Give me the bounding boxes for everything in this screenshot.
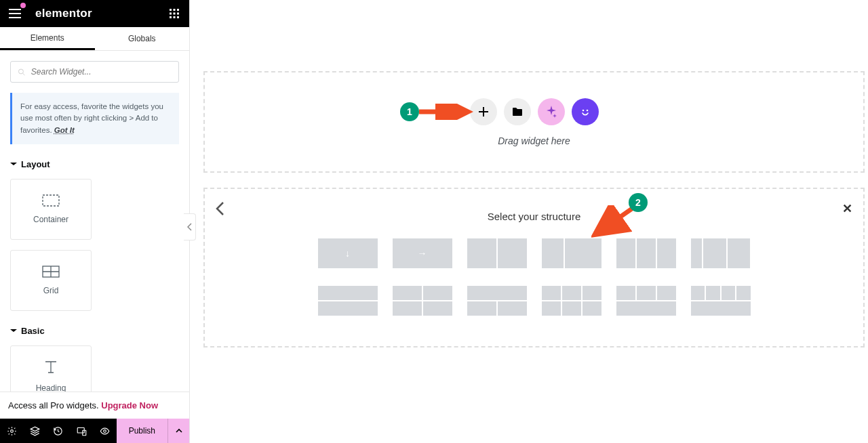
svg-rect-4 bbox=[174, 13, 176, 15]
svg-rect-10 bbox=[43, 195, 59, 206]
drop-hint: Drag widget here bbox=[498, 135, 570, 146]
add-section-button[interactable] bbox=[470, 98, 497, 125]
chevron-left-icon bbox=[216, 201, 225, 216]
struct-2col[interactable] bbox=[467, 238, 527, 268]
eye-icon bbox=[100, 426, 110, 436]
svg-rect-3 bbox=[170, 13, 172, 15]
apps-grid-button[interactable] bbox=[166, 5, 182, 22]
svg-rect-5 bbox=[177, 13, 179, 15]
tab-globals[interactable]: Globals bbox=[95, 27, 190, 50]
navigator-button[interactable] bbox=[23, 419, 46, 443]
smiley-icon bbox=[578, 105, 592, 119]
publish-options[interactable] bbox=[167, 419, 189, 443]
struct-3col-narrow[interactable] bbox=[691, 238, 751, 268]
sparkle-icon bbox=[545, 106, 557, 118]
svg-point-19 bbox=[104, 429, 106, 432]
container-icon bbox=[42, 194, 60, 207]
widget-container-label: Container bbox=[33, 215, 68, 224]
svg-rect-8 bbox=[177, 16, 179, 18]
widget-heading-label: Heading bbox=[36, 383, 66, 392]
hamburger-menu[interactable] bbox=[7, 5, 23, 22]
settings-button[interactable] bbox=[0, 419, 23, 443]
structure-row-2 bbox=[297, 286, 772, 316]
sidebar-tabs: Elements Globals bbox=[0, 27, 189, 51]
section-layout-label: Layout bbox=[21, 159, 50, 169]
svg-line-24 bbox=[598, 209, 632, 232]
sidebar-footer: Publish bbox=[0, 419, 189, 443]
widget-grid-label: Grid bbox=[43, 286, 59, 295]
svg-point-9 bbox=[18, 69, 23, 74]
svg-rect-2 bbox=[177, 9, 179, 11]
annotation-arrow-2 bbox=[591, 205, 639, 239]
structure-row-1: ↓ → bbox=[297, 238, 772, 268]
add-template-button[interactable] bbox=[504, 98, 531, 125]
struct-3top1bot[interactable] bbox=[616, 286, 676, 316]
publish-group: Publish bbox=[117, 419, 189, 443]
drop-actions bbox=[470, 98, 599, 125]
svg-point-16 bbox=[10, 429, 13, 432]
section-layout[interactable]: Layout bbox=[10, 159, 179, 169]
svg-point-22 bbox=[586, 109, 588, 111]
folder-icon bbox=[512, 107, 523, 117]
layout-widgets: Container Grid bbox=[10, 179, 179, 311]
responsive-button[interactable] bbox=[70, 419, 93, 443]
sidebar-body: For easy access, favorite the widgets yo… bbox=[0, 51, 189, 392]
grid-widget-icon bbox=[42, 266, 60, 278]
search-widget[interactable] bbox=[10, 61, 179, 83]
struct-2x3[interactable] bbox=[542, 286, 601, 316]
struct-1col-h[interactable]: → bbox=[393, 238, 452, 268]
svg-rect-0 bbox=[170, 9, 172, 11]
grid-icon bbox=[170, 9, 179, 18]
struct-4top1bot[interactable] bbox=[691, 286, 751, 316]
sidebar-collapse[interactable] bbox=[184, 213, 196, 240]
upgrade-link[interactable]: Upgrade Now bbox=[101, 400, 158, 410]
publish-button[interactable]: Publish bbox=[117, 419, 167, 443]
heading-icon bbox=[43, 359, 59, 375]
search-input[interactable] bbox=[31, 67, 172, 77]
struct-2x2[interactable] bbox=[393, 286, 452, 316]
structure-title: Select your structure bbox=[218, 211, 850, 222]
help-button[interactable] bbox=[572, 98, 599, 125]
struct-1col-v[interactable]: ↓ bbox=[318, 238, 378, 268]
widget-container[interactable]: Container bbox=[10, 179, 92, 240]
annotation-badge-1: 1 bbox=[400, 102, 419, 121]
widget-heading[interactable]: Heading bbox=[10, 345, 92, 392]
svg-point-21 bbox=[582, 109, 584, 111]
gear-icon bbox=[7, 426, 17, 436]
chevron-left-icon bbox=[187, 223, 193, 231]
history-icon bbox=[53, 426, 63, 436]
layers-icon bbox=[30, 426, 40, 436]
tip-text: For easy access, favorite the widgets yo… bbox=[20, 102, 163, 134]
section-basic-label: Basic bbox=[21, 326, 45, 336]
structure-selector: ✕ Select your structure 2 ↓ → bbox=[203, 188, 865, 347]
menu-icon bbox=[9, 9, 21, 18]
svg-rect-6 bbox=[170, 16, 172, 18]
sidebar-header: elementor bbox=[0, 0, 189, 27]
ai-button[interactable] bbox=[538, 98, 565, 125]
search-icon bbox=[18, 68, 26, 77]
annotation-badge-2: 2 bbox=[629, 193, 648, 212]
struct-2col-wide[interactable] bbox=[542, 238, 601, 268]
chevron-up-icon bbox=[175, 427, 183, 435]
structure-close[interactable]: ✕ bbox=[842, 201, 852, 216]
favorites-tip: For easy access, favorite the widgets yo… bbox=[10, 93, 179, 144]
annotation-arrow-1 bbox=[419, 104, 473, 120]
section-basic[interactable]: Basic bbox=[10, 326, 179, 336]
struct-3col[interactable] bbox=[616, 238, 676, 268]
structure-back[interactable] bbox=[216, 201, 225, 220]
svg-rect-7 bbox=[174, 16, 176, 18]
struct-2row[interactable] bbox=[318, 286, 378, 316]
empty-drop-zone[interactable]: Drag widget here 1 bbox=[203, 71, 865, 173]
pro-upsell: Access all Pro widgets. Upgrade Now bbox=[0, 392, 189, 419]
tip-dismiss[interactable]: Got It bbox=[54, 126, 75, 134]
basic-widgets: Heading Image bbox=[10, 345, 179, 392]
caret-down-icon bbox=[10, 161, 17, 167]
struct-top2bot[interactable] bbox=[467, 286, 527, 316]
preview-button[interactable] bbox=[93, 419, 116, 443]
history-button[interactable] bbox=[47, 419, 70, 443]
widget-grid[interactable]: Grid bbox=[10, 250, 92, 311]
devices-icon bbox=[77, 426, 87, 436]
brand-logo: elementor bbox=[35, 7, 92, 20]
caret-down-icon bbox=[10, 327, 17, 334]
tab-elements[interactable]: Elements bbox=[0, 27, 95, 50]
